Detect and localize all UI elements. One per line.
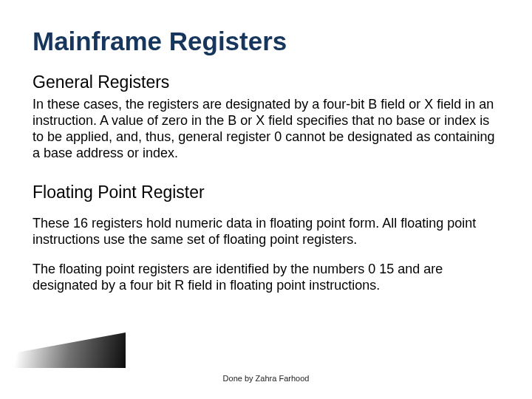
general-registers-body: In these cases, the registers are design…	[33, 97, 499, 162]
general-registers-heading: General Registers	[33, 72, 499, 92]
corner-accent-decoration	[0, 332, 126, 368]
floating-point-body-2: The floating point registers are identif…	[33, 262, 499, 294]
floating-point-body-1: These 16 registers hold numeric data in …	[33, 216, 499, 248]
footer-credit: Done by Zahra Farhood	[0, 374, 532, 383]
slide: Mainframe Registers General Registers In…	[0, 0, 532, 399]
floating-point-heading: Floating Point Register	[33, 183, 499, 202]
slide-title: Mainframe Registers	[33, 27, 499, 56]
